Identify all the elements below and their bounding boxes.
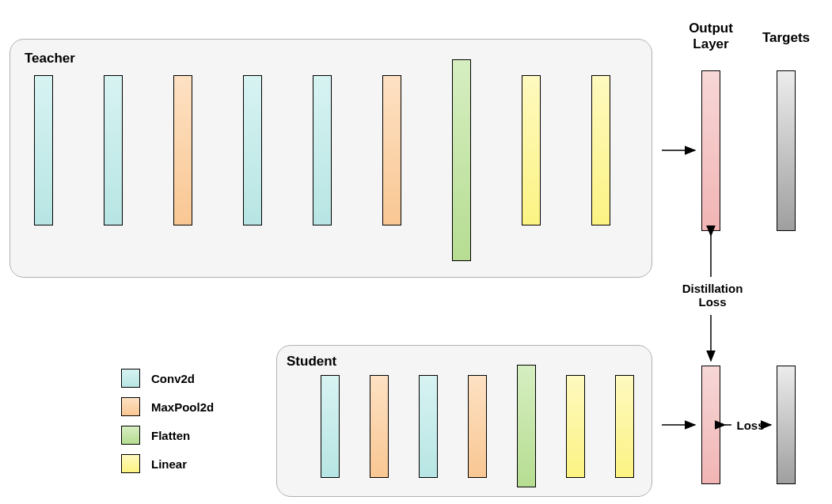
teacher-layer-2-pool [173, 75, 192, 225]
loss-label: Loss [731, 419, 770, 432]
student-layer-5-linear [566, 375, 585, 478]
legend-conv-swatch [121, 369, 140, 388]
teacher-target-layer [777, 70, 796, 231]
student-output-layer [701, 366, 720, 484]
legend-flat-label: Flatten [151, 429, 190, 442]
legend-conv-label: Conv2d [151, 372, 195, 385]
teacher-layer-7-linear [522, 75, 541, 225]
distillation-loss-line1: Distillation [682, 282, 743, 295]
teacher-layer-8-linear [591, 75, 610, 225]
legend-linear: Linear [121, 454, 187, 473]
teacher-layer-3-conv [243, 75, 262, 225]
student-title: Student [287, 354, 336, 369]
output-layer-heading-line2: Layer [693, 36, 728, 51]
teacher-layer-0-conv [34, 75, 53, 225]
student-layer-2-conv [419, 375, 438, 478]
student-layer-6-linear [615, 375, 634, 478]
targets-heading: Targets [754, 30, 818, 46]
teacher-layer-5-pool [382, 75, 401, 225]
teacher-layer-1-conv [104, 75, 123, 225]
legend-linear-label: Linear [151, 457, 187, 471]
student-layer-1-pool [370, 375, 389, 478]
output-layer-heading: Output Layer [679, 21, 743, 52]
teacher-title: Teacher [25, 51, 75, 66]
legend-flat-swatch [121, 426, 140, 445]
legend-flat: Flatten [121, 426, 190, 445]
student-layer-4-flat [517, 365, 536, 487]
distillation-loss-line2: Loss [698, 295, 726, 309]
distillation-loss-label: Distillation Loss [677, 282, 748, 309]
student-target-layer [777, 366, 796, 484]
teacher-layer-6-flat [452, 59, 471, 261]
student-layer-0-conv [321, 375, 340, 478]
legend-pool-label: MaxPool2d [151, 400, 214, 414]
legend-pool-swatch [121, 397, 140, 416]
teacher-layer-4-conv [313, 75, 332, 225]
legend-conv: Conv2d [121, 369, 195, 388]
legend-pool: MaxPool2d [121, 397, 214, 416]
teacher-output-layer [701, 70, 720, 231]
legend-linear-swatch [121, 454, 140, 473]
output-layer-heading-line1: Output [689, 21, 733, 36]
student-layer-3-pool [468, 375, 487, 478]
